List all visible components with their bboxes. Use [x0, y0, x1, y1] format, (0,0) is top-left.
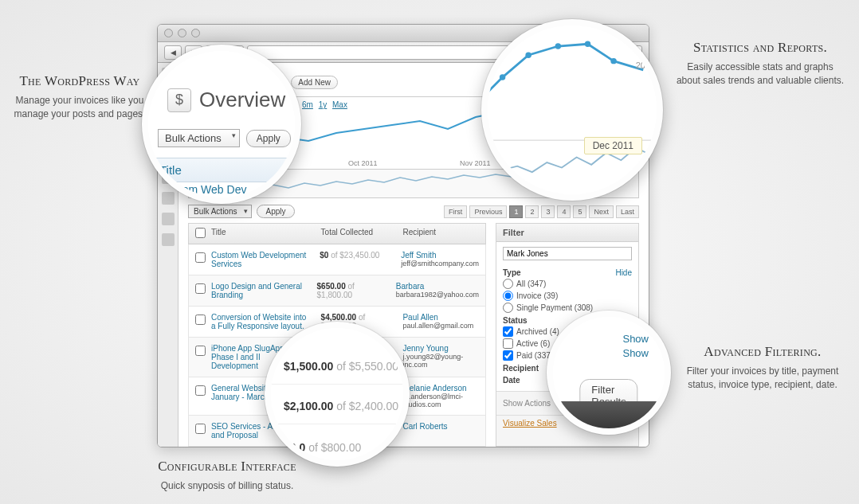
opt-label: Invoice (39): [516, 291, 558, 300]
check-active[interactable]: [503, 338, 513, 349]
traffic-light-min-icon[interactable]: [178, 29, 186, 37]
callout-body: Manage your invoices like you manage you…: [8, 94, 151, 122]
traffic-light-close-icon[interactable]: [164, 29, 173, 37]
sidebar-icon[interactable]: [162, 233, 175, 246]
magnifier-filter: Show Show Filter Results: [547, 311, 671, 435]
col-total[interactable]: Total Collected: [315, 224, 397, 244]
filter-recipient-label: Recipient: [503, 364, 539, 373]
recipient-email: paul.allen@gmail.com: [402, 322, 479, 330]
paid-amount: $4,500.00: [321, 313, 357, 322]
callout-filter: Advanced Filtering. Filter your invoices…: [677, 344, 848, 393]
callout-title: Advanced Filtering.: [677, 344, 848, 360]
total-row: $2,100.00 of $2,400.00: [271, 389, 403, 424]
recipient-name[interactable]: Jenny Young: [402, 344, 479, 353]
recipient-email: m.anderson@lmci-studios.com: [402, 393, 479, 408]
range-6m[interactable]: 6m: [302, 100, 313, 109]
magnifier-overview: $ Overview Bulk Actions Apply Title Cust…: [142, 45, 301, 204]
callout-title: Configurable Interface: [120, 459, 335, 475]
col-title[interactable]: Title: [205, 224, 315, 244]
opt-label: Active (6): [516, 339, 550, 348]
filter-date-label: Date: [503, 376, 520, 385]
callout-stats: Statistics and Reports. Easily accessibl…: [674, 40, 846, 88]
hide-link[interactable]: Hide: [615, 268, 632, 277]
table-row: Logo Design and General Branding$650.00 …: [188, 275, 486, 307]
callout-body: Easily accessible stats and graphs about…: [674, 61, 846, 88]
paid-amount: $0: [320, 251, 328, 260]
recipient-email: barbara1982@yahoo.com: [396, 291, 479, 299]
highlight-label: Dec 2011: [584, 137, 642, 154]
paid-amount: $650.00: [317, 282, 346, 291]
recipient-email: jeff@smithcompany.com: [401, 260, 479, 268]
sidebar-icon[interactable]: [162, 192, 175, 205]
apply-button[interactable]: Apply: [257, 205, 294, 218]
radio-invoice[interactable]: [503, 291, 513, 301]
x-tick: Nov 2011: [460, 159, 491, 167]
x-tick: Oct 2011: [348, 159, 378, 167]
recipient-name[interactable]: Carl Roberts: [402, 422, 479, 431]
sidebar-icon[interactable]: [162, 213, 175, 225]
total-amount: $2,400.00: [349, 400, 398, 412]
apply-button[interactable]: Apply: [246, 130, 291, 147]
callout-title: The WordPress Way: [8, 73, 151, 89]
check-paid[interactable]: [503, 350, 513, 361]
show-link[interactable]: Show: [622, 333, 649, 345]
radio-single[interactable]: [503, 303, 513, 313]
opt-all[interactable]: All (347): [503, 279, 632, 289]
page-prev[interactable]: Previous: [469, 205, 507, 218]
show-actions-link[interactable]: Show Actions: [503, 399, 551, 408]
dollar-icon: $: [167, 88, 191, 112]
bulk-actions-select[interactable]: Bulk Actions: [188, 205, 252, 218]
pagination: First Previous 1 2 3 4 5 Next Last: [444, 205, 639, 218]
bulk-label: Bulk Actions: [165, 132, 222, 144]
page-3[interactable]: 3: [541, 205, 555, 218]
recipient-email: j.young82@young-inc.com: [402, 353, 479, 369]
title-column-header[interactable]: Title: [148, 158, 295, 182]
range-selector[interactable]: 6m 1y Max: [300, 100, 349, 109]
range-1y[interactable]: 1y: [319, 100, 328, 109]
recipient-name[interactable]: Melanie Anderson: [402, 384, 479, 393]
of-label: of: [336, 360, 346, 373]
page-1[interactable]: 1: [509, 205, 523, 218]
page-4[interactable]: 4: [557, 205, 571, 218]
svg-point-0: [500, 74, 505, 80]
opt-label: Single Payment (308): [516, 303, 593, 312]
total-amount: $800.00: [321, 441, 362, 454]
invoice-title-link[interactable]: Logo Design and General Branding: [211, 282, 302, 299]
traffic-light-max-icon[interactable]: [191, 29, 200, 37]
filter-type-label: Type: [503, 268, 521, 277]
svg-point-4: [610, 58, 616, 64]
show-link[interactable]: Show: [622, 347, 649, 359]
paid-amount: $2,100.00: [284, 400, 333, 412]
table-header: Title Total Collected Recipient: [188, 223, 486, 244]
bulk-actions-select[interactable]: Bulk Actions: [158, 129, 240, 147]
paid-amount: $0.0: [284, 441, 305, 454]
radio-all[interactable]: [503, 279, 513, 289]
invoice-title-link[interactable]: Custom Web Development Services: [211, 251, 306, 268]
page-2[interactable]: 2: [525, 205, 539, 218]
filter-status-label: Status: [503, 316, 528, 325]
add-new-button[interactable]: Add New: [291, 76, 338, 89]
chart-zoom-icon: [488, 25, 657, 194]
check-archived[interactable]: [503, 326, 513, 337]
page-first[interactable]: First: [444, 205, 468, 218]
bulk-actions-label: Bulk Actions: [194, 207, 237, 216]
recipient-name[interactable]: Barbara: [396, 282, 479, 291]
recipient-name[interactable]: Jeff Smith: [401, 251, 479, 260]
callout-config: Configurable Interface Quick snyposis of…: [120, 459, 335, 493]
svg-point-1: [525, 52, 531, 57]
range-max[interactable]: Max: [332, 100, 347, 109]
page-next[interactable]: Next: [589, 205, 614, 218]
invoice-title-link[interactable]: Conversion of Website into a Fully Respo…: [211, 313, 306, 330]
table-row: Custom Web Development Services$0 of $23…: [188, 244, 486, 275]
y-tick: 20: [636, 61, 645, 70]
page-last[interactable]: Last: [616, 205, 639, 218]
opt-invoice[interactable]: Invoice (39): [503, 291, 632, 301]
opt-label: All (347): [516, 279, 546, 288]
recipient-name[interactable]: Paul Allen: [402, 313, 479, 322]
overview-label: Overview: [199, 88, 285, 112]
page-5[interactable]: 5: [573, 205, 586, 218]
of-label: of: [308, 441, 318, 454]
col-recipient[interactable]: Recipient: [396, 224, 485, 244]
filter-search-input[interactable]: [503, 247, 632, 260]
paid-amount: $1,500.00: [284, 360, 333, 373]
